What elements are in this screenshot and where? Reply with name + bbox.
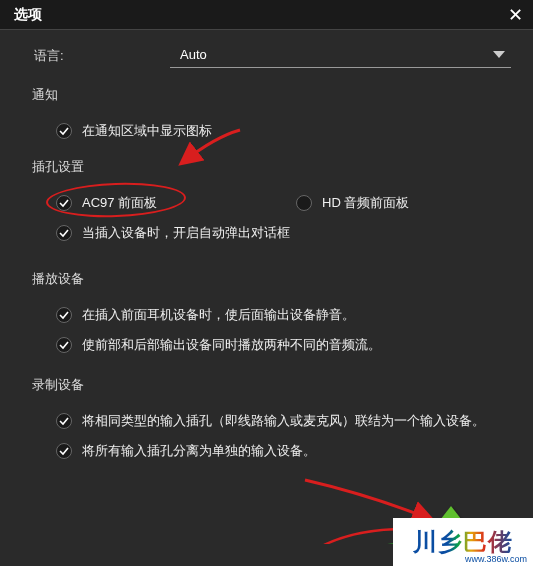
auto-popup-label: 当插入设备时，开启自动弹出对话框 — [82, 224, 290, 242]
section-record-title: 录制设备 — [32, 376, 515, 394]
section-jack-title: 插孔设置 — [32, 158, 515, 176]
hd-label: HD 音频前面板 — [322, 194, 409, 212]
playback-mute-label: 在插入前面耳机设备时，使后面输出设备静音。 — [82, 306, 355, 324]
jack-auto-row: 当插入设备时，开启自动弹出对话框 — [30, 218, 515, 248]
checkbox-ac97[interactable] — [56, 195, 72, 211]
checkbox-auto-popup[interactable] — [56, 225, 72, 241]
checkbox-notify-tray[interactable] — [56, 123, 72, 139]
checkbox-playback-dual[interactable] — [56, 337, 72, 353]
record-opt1-row: 将相同类型的输入插孔（即线路输入或麦克风）联结为一个输入设备。 — [30, 406, 515, 436]
language-label: 语言: — [30, 47, 170, 65]
watermark: 川乡巴佬 www.386w.com — [393, 518, 533, 566]
record-combine-label: 将相同类型的输入插孔（即线路输入或麦克风）联结为一个输入设备。 — [82, 412, 485, 430]
playback-dual-label: 使前部和后部输出设备同时播放两种不同的音频流。 — [82, 336, 381, 354]
checkbox-hd[interactable] — [296, 195, 312, 211]
watermark-url: www.386w.com — [465, 554, 527, 564]
playback-opt2-row: 使前部和后部输出设备同时播放两种不同的音频流。 — [30, 330, 515, 360]
titlebar: 选项 ✕ — [0, 0, 533, 30]
checkbox-record-split[interactable] — [56, 443, 72, 459]
window-title: 选项 — [14, 6, 42, 24]
content-area: 语言: Auto 通知 在通知区域中显示图标 插孔设置 AC97 前面板 HD … — [0, 30, 533, 476]
checkbox-playback-mute[interactable] — [56, 307, 72, 323]
chevron-down-icon — [493, 51, 505, 58]
notify-tray-label: 在通知区域中显示图标 — [82, 122, 212, 140]
jack-row-1: AC97 前面板 HD 音频前面板 — [30, 188, 515, 218]
language-select[interactable]: Auto — [170, 44, 511, 68]
record-split-label: 将所有输入插孔分离为单独的输入设备。 — [82, 442, 316, 460]
language-value: Auto — [180, 47, 207, 62]
language-row: 语言: Auto — [30, 44, 515, 68]
ac97-label: AC97 前面板 — [82, 194, 157, 212]
record-opt2-row: 将所有输入插孔分离为单独的输入设备。 — [30, 436, 515, 466]
playback-opt1-row: 在插入前面耳机设备时，使后面输出设备静音。 — [30, 300, 515, 330]
close-icon[interactable]: ✕ — [508, 6, 523, 24]
notify-option-row: 在通知区域中显示图标 — [30, 116, 515, 146]
checkbox-record-combine[interactable] — [56, 413, 72, 429]
section-notify-title: 通知 — [32, 86, 515, 104]
section-playback-title: 播放设备 — [32, 270, 515, 288]
